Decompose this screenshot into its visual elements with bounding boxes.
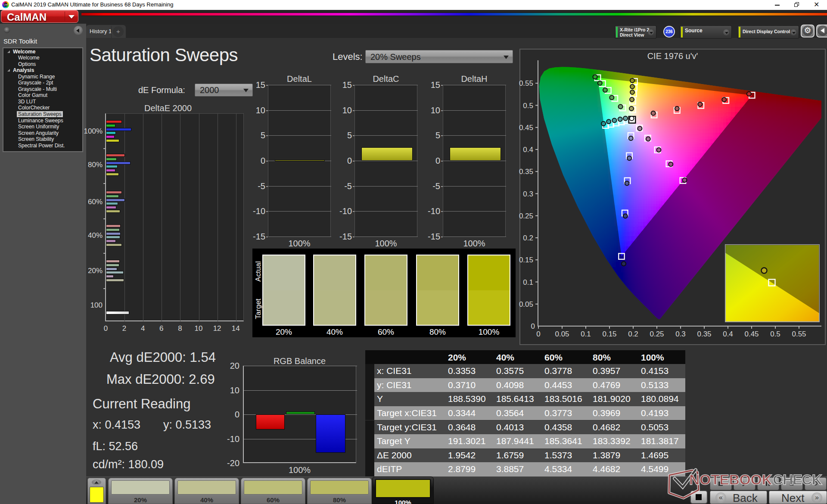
svg-text:0.45: 0.45 (519, 124, 533, 132)
svg-text:0.55: 0.55 (519, 79, 533, 87)
svg-text:0.3: 0.3 (675, 330, 686, 338)
svg-text:0.2: 0.2 (628, 330, 638, 338)
svg-text:0.2: 0.2 (523, 234, 533, 242)
svg-text:0.5: 0.5 (523, 102, 533, 110)
svg-text:0.55: 0.55 (792, 330, 806, 338)
svg-text:0.35: 0.35 (697, 330, 711, 338)
svg-text:0.3: 0.3 (523, 190, 533, 198)
svg-text:0.5: 0.5 (770, 330, 780, 338)
svg-text:CHECK: CHECK (773, 471, 822, 488)
svg-text:0: 0 (531, 322, 535, 330)
svg-text:0.45: 0.45 (744, 330, 759, 338)
svg-text:0.4: 0.4 (723, 330, 733, 338)
svg-text:0.35: 0.35 (519, 168, 533, 176)
svg-text:0.25: 0.25 (519, 212, 533, 220)
svg-text:0.05: 0.05 (555, 330, 569, 338)
svg-text:0.1: 0.1 (523, 278, 533, 286)
svg-text:0.1: 0.1 (581, 330, 591, 338)
svg-text:0.4: 0.4 (523, 146, 533, 154)
svg-text:0.25: 0.25 (650, 330, 664, 338)
svg-text:0.15: 0.15 (519, 256, 533, 264)
svg-text:0.05: 0.05 (519, 300, 533, 308)
svg-text:0: 0 (536, 330, 540, 338)
svg-text:0.15: 0.15 (602, 330, 616, 338)
svg-text:NOTEBOOK: NOTEBOOK (689, 471, 772, 488)
